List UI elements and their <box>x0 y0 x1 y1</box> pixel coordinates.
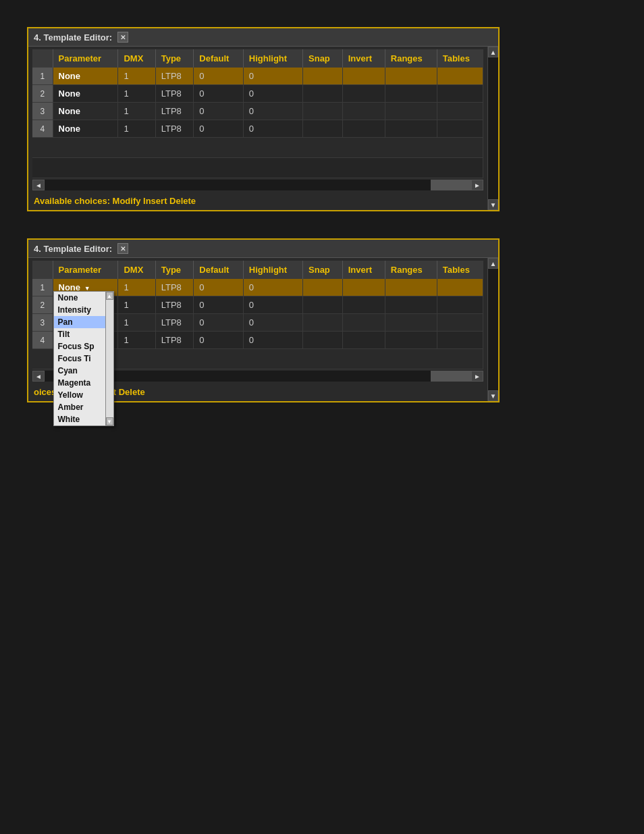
scroll-up-button[interactable]: ▲ <box>488 258 498 269</box>
dropdown-item-focusti[interactable]: Focus Ti <box>54 353 105 365</box>
row-type: LTP8 <box>155 296 194 314</box>
row-highlight: 0 <box>243 314 302 332</box>
panel1-close-button[interactable]: ✕ <box>117 32 128 43</box>
panel1-container: 4. Template Editor: ✕ Parameter <box>27 27 617 211</box>
table-row[interactable]: 1 None ▼ None Intensity Pan <box>32 279 483 296</box>
v-scroll-track[interactable] <box>488 57 498 199</box>
panel2-close-button[interactable]: ✕ <box>117 243 128 254</box>
col-header-invert: Invert <box>342 49 385 68</box>
col-header-parameter: Parameter <box>53 261 118 279</box>
row-ranges <box>385 314 437 332</box>
dd-scroll-up-btn[interactable]: ▲ <box>106 292 113 300</box>
dropdown-item-none[interactable]: None <box>54 292 105 304</box>
dropdown-item-intensity[interactable]: Intensity <box>54 304 105 316</box>
panel1-table: Parameter DMX Type Default Highlight Sna… <box>32 49 483 178</box>
row-dmx: 1 <box>118 314 155 332</box>
row-num: 4 <box>32 120 53 138</box>
row-tables <box>437 332 483 349</box>
panel1-table-area: Parameter DMX Type Default Highlight Sna… <box>28 47 487 210</box>
row-dmx: 1 <box>118 103 155 120</box>
row-parameter: None <box>53 103 118 120</box>
dropdown-item-magenta[interactable]: Magenta <box>54 377 105 389</box>
row-type: LTP8 <box>155 68 194 85</box>
dd-scroll-track[interactable] <box>106 300 113 417</box>
table-row[interactable]: 4 None 1 LTP8 0 0 <box>32 120 483 138</box>
scroll-track[interactable] <box>45 180 471 190</box>
scroll-up-button[interactable]: ▲ <box>488 47 498 57</box>
panel2-tbody: 1 None ▼ None Intensity Pan <box>32 279 483 369</box>
panel2-container: 4. Template Editor: ✕ Parameter <box>27 238 617 402</box>
row-tables <box>437 279 483 296</box>
dd-scroll-down-btn[interactable]: ▼ <box>106 417 113 425</box>
scroll-down-icon: ▼ <box>490 392 497 400</box>
row-num: 2 <box>32 296 53 314</box>
parameter-dropdown[interactable]: None Intensity Pan Tilt Focus Sp Focus T… <box>53 291 114 426</box>
close-icon: ✕ <box>120 34 126 41</box>
scroll-down-button[interactable]: ▼ <box>488 390 498 401</box>
scroll-left-button[interactable]: ◄ <box>32 180 45 190</box>
v-scroll-track[interactable] <box>488 269 498 390</box>
row-ranges <box>385 103 437 120</box>
row-num: 2 <box>32 85 53 103</box>
row-snap <box>303 68 343 85</box>
row-default: 0 <box>194 279 243 296</box>
dropdown-item-white[interactable]: White <box>54 413 105 425</box>
row-dmx: 1 <box>118 332 155 349</box>
dropdown-item-pan[interactable]: Pan <box>54 316 105 328</box>
col-header-highlight: Highlight <box>243 49 302 68</box>
row-tables <box>437 120 483 138</box>
row-tables <box>437 103 483 120</box>
col-header-tables: Tables <box>437 261 483 279</box>
panel1: 4. Template Editor: ✕ Parameter <box>27 27 500 211</box>
scroll-right-button[interactable]: ► <box>471 180 483 190</box>
row-parameter: None <box>53 68 118 85</box>
row-default: 0 <box>194 332 243 349</box>
col-header-type: Type <box>155 49 194 68</box>
row-num: 3 <box>32 103 53 120</box>
scroll-left-icon: ◄ <box>35 182 42 189</box>
row-invert <box>342 120 385 138</box>
col-header-ranges: Ranges <box>385 261 437 279</box>
dropdown-scrollbar: ▲ ▼ <box>105 292 113 425</box>
table-row-empty <box>32 138 483 158</box>
scroll-up-icon: ▲ <box>490 49 497 56</box>
panel1-body: Parameter DMX Type Default Highlight Sna… <box>28 47 498 210</box>
panel2-titlebar: 4. Template Editor: ✕ <box>28 240 498 258</box>
row-num: 3 <box>32 314 53 332</box>
row-tables <box>437 85 483 103</box>
row-dmx: 1 <box>118 279 155 296</box>
scroll-right-icon: ► <box>474 182 481 189</box>
row-tables <box>437 68 483 85</box>
dropdown-item-cyan[interactable]: Cyan <box>54 365 105 377</box>
dropdown-item-amber[interactable]: Amber <box>54 401 105 413</box>
col-header-dmx: DMX <box>118 261 155 279</box>
panel2-table-wrapper: Parameter DMX Type Default Highlight Sna… <box>28 261 487 369</box>
dropdown-item-yellow[interactable]: Yellow <box>54 389 105 401</box>
close-icon: ✕ <box>120 245 126 253</box>
col-header-snap: Snap <box>303 49 343 68</box>
panel2-thead: Parameter DMX Type Default Highlight Sna… <box>32 261 483 279</box>
dropdown-item-tilt[interactable]: Tilt <box>54 328 105 340</box>
dd-up-icon: ▲ <box>107 293 112 299</box>
table-row[interactable]: 1 None 1 LTP8 0 0 <box>32 68 483 85</box>
row-dmx: 1 <box>118 68 155 85</box>
panel2-header-row: Parameter DMX Type Default Highlight Sna… <box>32 261 483 279</box>
row-tables <box>437 314 483 332</box>
scroll-thumb[interactable] <box>431 180 471 190</box>
panel1-available-choices[interactable]: Available choices: Modify Insert Delete <box>28 192 487 210</box>
col-header-default: Default <box>194 49 243 68</box>
scroll-left-button[interactable]: ◄ <box>32 371 45 382</box>
row-num: 1 <box>32 68 53 85</box>
scroll-down-button[interactable]: ▼ <box>488 199 498 210</box>
table-row[interactable]: 2 None 1 LTP8 0 0 <box>32 85 483 103</box>
dropdown-item-focussp[interactable]: Focus Sp <box>54 340 105 353</box>
row-default: 0 <box>194 85 243 103</box>
scroll-right-button[interactable]: ► <box>471 371 483 382</box>
row-parameter: None <box>53 85 118 103</box>
table-row[interactable]: 3 None 1 LTP8 0 0 <box>32 103 483 120</box>
scroll-thumb[interactable] <box>431 371 471 382</box>
row-ranges <box>385 332 437 349</box>
row-type: LTP8 <box>155 279 194 296</box>
row-invert <box>342 296 385 314</box>
row-tables <box>437 296 483 314</box>
